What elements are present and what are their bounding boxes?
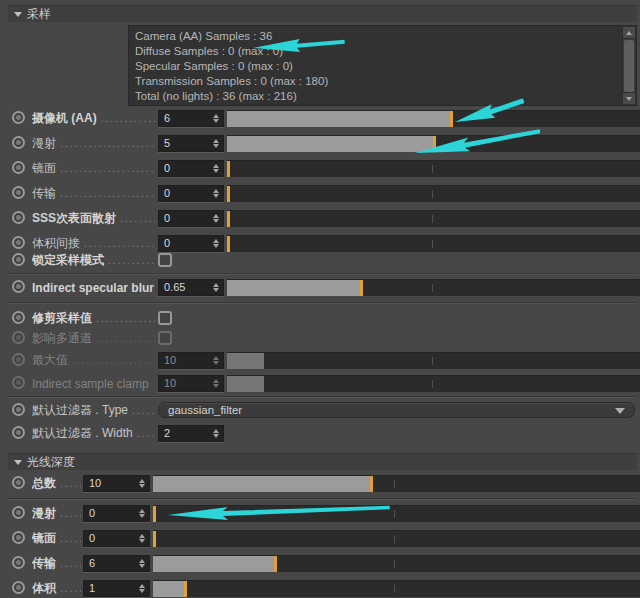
enable-radio-icon[interactable] <box>12 556 25 569</box>
leader-dots <box>60 508 81 519</box>
spinner-icon[interactable] <box>138 581 146 596</box>
max-value-slider <box>227 352 640 369</box>
spinner-icon[interactable] <box>212 236 220 251</box>
leader-dots <box>132 405 156 416</box>
spinner-icon[interactable] <box>212 136 220 151</box>
indirect-specular-blur-slider[interactable] <box>227 279 640 296</box>
depth-transmission-input[interactable]: 6 <box>83 555 150 572</box>
row-filter-type: 默认过滤器 . Type gaussian_filter <box>8 402 637 419</box>
enable-radio-icon[interactable] <box>12 426 25 439</box>
row-indirect-specular-blur: Indirect specular blur 0.65 <box>8 279 637 296</box>
spinner-icon[interactable] <box>138 476 146 491</box>
dropdown-arrow-icon <box>615 408 625 414</box>
spinner-icon[interactable] <box>212 426 220 441</box>
spinner-icon[interactable] <box>212 111 220 126</box>
enable-radio-icon[interactable] <box>12 253 25 266</box>
row-label: 镜面 <box>32 160 56 177</box>
spinner-icon[interactable] <box>138 531 146 546</box>
spinner-icon[interactable] <box>138 556 146 571</box>
indirect-sample-clamp-input: 10 <box>158 375 224 392</box>
row-depth-total: 总数 10 <box>8 475 637 492</box>
max-value-input: 10 <box>158 352 224 369</box>
specular-samples-input[interactable]: 0 <box>158 160 224 177</box>
lock-sampling-checkbox[interactable] <box>158 253 172 267</box>
row-depth-specular: 镜面 0 <box>8 530 637 547</box>
info-line: Diffuse Samples : 0 (max : 0) <box>135 44 630 59</box>
depth-total-slider[interactable] <box>153 475 640 492</box>
row-transmission-samples: 传输 0 <box>8 185 637 202</box>
separator <box>8 273 637 274</box>
separator <box>8 302 637 303</box>
camera-aa-slider[interactable] <box>227 110 640 127</box>
enable-radio-icon[interactable] <box>12 161 25 174</box>
enable-radio-icon <box>12 331 25 344</box>
enable-radio-icon[interactable] <box>12 280 25 293</box>
transmission-samples-slider[interactable] <box>227 185 640 202</box>
sss-samples-input[interactable]: 0 <box>158 210 224 227</box>
spinner-icon[interactable] <box>212 211 220 226</box>
info-scrollbar[interactable] <box>622 27 635 104</box>
depth-diffuse-slider[interactable] <box>153 505 640 522</box>
depth-specular-input[interactable]: 0 <box>83 530 150 547</box>
scroll-up-icon[interactable] <box>623 27 635 39</box>
indirect-specular-blur-input[interactable]: 0.65 <box>158 279 224 296</box>
scrollbar-thumb[interactable] <box>624 40 634 92</box>
scroll-down-icon[interactable] <box>623 92 635 104</box>
row-label: Indirect specular blur <box>32 281 154 295</box>
depth-diffuse-input[interactable]: 0 <box>83 505 150 522</box>
row-lock-sampling-pattern: 锁定采样模式 <box>8 252 637 269</box>
enable-radio-icon[interactable] <box>12 211 25 224</box>
indirect-sample-clamp-slider <box>227 375 640 392</box>
section-header-ray-depth[interactable]: 光线深度 <box>8 453 637 470</box>
depth-volume-slider[interactable] <box>153 580 640 597</box>
diffuse-samples-slider[interactable] <box>227 135 640 152</box>
row-diffuse-samples: 漫射 5 <box>8 135 637 152</box>
filter-type-dropdown[interactable]: gaussian_filter <box>158 402 635 418</box>
transmission-samples-input[interactable]: 0 <box>158 185 224 202</box>
depth-volume-input[interactable]: 1 <box>83 580 150 597</box>
separator <box>8 396 637 397</box>
row-label: 镜面 <box>32 530 56 547</box>
leader-dots <box>120 213 156 224</box>
enable-radio-icon[interactable] <box>12 311 25 324</box>
row-specular-samples: 镜面 0 <box>8 160 637 177</box>
enable-radio-icon[interactable] <box>12 186 25 199</box>
diffuse-samples-input[interactable]: 5 <box>158 135 224 152</box>
leader-dots <box>60 163 156 174</box>
row-max-value: 最大值 10 <box>8 352 637 369</box>
enable-radio-icon[interactable] <box>12 111 25 124</box>
spinner-icon[interactable] <box>212 186 220 201</box>
spinner-icon[interactable] <box>138 506 146 521</box>
enable-radio-icon[interactable] <box>12 531 25 544</box>
section-header-sampling[interactable]: 采样 <box>8 5 637 22</box>
sss-samples-slider[interactable] <box>227 210 640 227</box>
enable-radio-icon[interactable] <box>12 403 25 416</box>
depth-transmission-slider[interactable] <box>153 555 640 572</box>
row-label: 漫射 <box>32 505 56 522</box>
row-depth-volume: 体积 1 <box>8 580 637 597</box>
depth-specular-slider[interactable] <box>153 530 640 547</box>
leader-dots <box>60 188 156 199</box>
enable-radio-icon <box>12 376 25 389</box>
leader-dots <box>108 255 156 266</box>
enable-radio-icon[interactable] <box>12 136 25 149</box>
camera-aa-input[interactable]: 6 <box>158 110 224 127</box>
spinner-icon[interactable] <box>212 161 220 176</box>
volume-indirect-input[interactable]: 0 <box>158 235 224 252</box>
enable-radio-icon[interactable] <box>12 476 25 489</box>
section-title: 光线深度 <box>27 454 75 471</box>
filter-width-input[interactable]: 2 <box>158 425 224 442</box>
enable-radio-icon[interactable] <box>12 236 25 249</box>
enable-radio-icon <box>12 353 25 366</box>
section-title: 采样 <box>27 6 51 23</box>
depth-total-input[interactable]: 10 <box>83 475 150 492</box>
enable-radio-icon[interactable] <box>12 581 25 594</box>
spinner-icon[interactable] <box>212 280 220 295</box>
specular-samples-slider[interactable] <box>227 160 640 177</box>
row-label: 总数 <box>32 475 56 492</box>
clip-samples-checkbox[interactable] <box>158 311 172 325</box>
volume-indirect-slider[interactable] <box>227 235 640 252</box>
row-label: Indirect sample clamp <box>32 377 149 391</box>
row-label: 体积间接 <box>32 235 80 252</box>
enable-radio-icon[interactable] <box>12 506 25 519</box>
